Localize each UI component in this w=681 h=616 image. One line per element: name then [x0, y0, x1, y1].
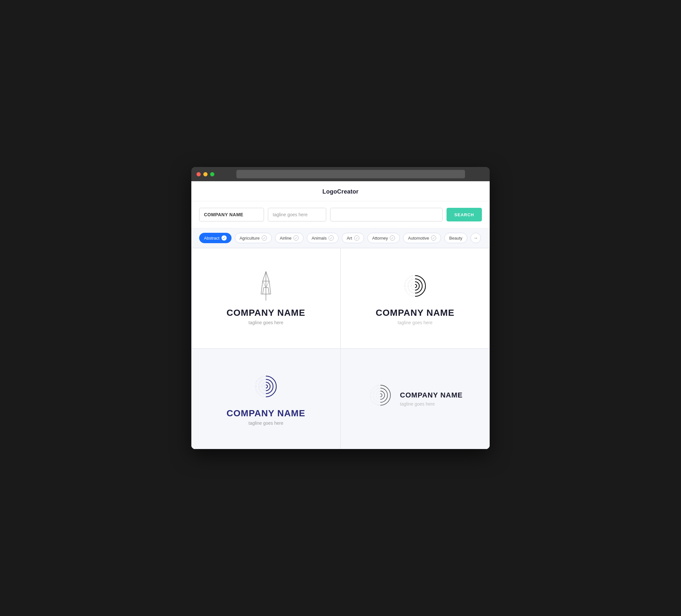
- filter-abstract-label: Abstract: [204, 236, 220, 240]
- logo-4-text: COMPANY NAME tagline goes here: [400, 391, 462, 407]
- logo-card-2[interactable]: COMPANY NAME tagline goes here: [340, 248, 490, 349]
- filter-beauty[interactable]: Beauty: [444, 233, 467, 243]
- browser-content: LogoCreator SEARCH Abstract ✓ Agricultur…: [191, 181, 490, 449]
- filter-art-check: ✓: [354, 235, 359, 240]
- logo-2-tagline: tagline goes here: [398, 320, 432, 325]
- filter-airline[interactable]: Airline ✓: [275, 233, 304, 243]
- filter-animals-check: ✓: [328, 235, 334, 240]
- filter-agriculture-check: ✓: [262, 235, 267, 240]
- svg-line-9: [266, 272, 269, 281]
- filter-animals[interactable]: Animals ✓: [307, 233, 338, 243]
- maximize-button[interactable]: [210, 172, 215, 176]
- filter-attorney-label: Attorney: [372, 236, 388, 240]
- search-bar: SEARCH: [191, 201, 490, 228]
- filter-attorney-check: ✓: [390, 235, 395, 240]
- logo-grid: COMPANY NAME tagline goes here: [191, 248, 490, 449]
- filter-abstract[interactable]: Abstract ✓: [199, 233, 231, 243]
- close-button[interactable]: [197, 172, 201, 176]
- filter-animals-label: Animals: [312, 236, 327, 240]
- logo-1-company-name: COMPANY NAME: [227, 308, 305, 318]
- browser-window: LogoCreator SEARCH Abstract ✓ Agricultur…: [191, 167, 490, 449]
- url-bar[interactable]: [236, 170, 465, 178]
- svg-line-5: [269, 281, 271, 294]
- company-name-input[interactable]: [199, 208, 264, 222]
- logo-card-4[interactable]: COMPANY NAME tagline goes here: [340, 349, 490, 449]
- minimize-button[interactable]: [203, 172, 207, 176]
- filter-beauty-label: Beauty: [449, 236, 462, 240]
- filter-art[interactable]: Art ✓: [342, 233, 364, 243]
- filter-automotive-label: Automotive: [408, 236, 429, 240]
- spiral-outline-icon: [368, 382, 393, 409]
- tagline-input[interactable]: [268, 208, 326, 222]
- filter-bar: Abstract ✓ Agriculture ✓ Airline ✓ Anima…: [191, 228, 490, 248]
- svg-line-7: [268, 288, 269, 294]
- logo-card-3[interactable]: COMPANY NAME tagline goes here: [191, 349, 340, 449]
- logo-3-tagline: tagline goes here: [248, 420, 283, 426]
- filter-airline-check: ✓: [294, 235, 299, 240]
- logo-1-tagline: tagline goes here: [248, 320, 283, 325]
- keyword-input[interactable]: [330, 208, 443, 222]
- logo-3-company-name: COMPANY NAME: [227, 408, 305, 418]
- svg-line-10: [263, 281, 266, 288]
- logo-2-company-name: COMPANY NAME: [376, 308, 455, 318]
- svg-line-8: [263, 272, 266, 281]
- logo-4-tagline: tagline goes here: [400, 401, 462, 407]
- browser-titlebar: [191, 167, 490, 181]
- tower-icon: [258, 272, 274, 302]
- filter-abstract-check: ✓: [222, 235, 227, 240]
- filter-art-label: Art: [347, 236, 352, 240]
- logo-card-1[interactable]: COMPANY NAME tagline goes here: [191, 248, 340, 349]
- filter-agriculture[interactable]: Agriculture ✓: [235, 233, 272, 243]
- logo-4-company-name: COMPANY NAME: [400, 391, 462, 400]
- filter-airline-label: Airline: [280, 236, 292, 240]
- svg-line-6: [263, 288, 263, 294]
- svg-line-11: [266, 281, 269, 288]
- svg-line-4: [261, 281, 263, 294]
- filter-automotive-check: ✓: [431, 235, 436, 240]
- spiral-black-icon: [401, 272, 430, 302]
- filter-attorney[interactable]: Attorney ✓: [368, 233, 400, 243]
- filter-next-button[interactable]: →: [471, 233, 481, 243]
- app-title: LogoCreator: [322, 188, 358, 195]
- search-button[interactable]: SEARCH: [447, 208, 482, 222]
- filter-automotive[interactable]: Automotive ✓: [403, 233, 441, 243]
- app-header: LogoCreator: [191, 181, 490, 201]
- spiral-navy-icon: [251, 372, 280, 402]
- arrow-right-icon: →: [474, 235, 478, 240]
- filter-agriculture-label: Agriculture: [239, 236, 260, 240]
